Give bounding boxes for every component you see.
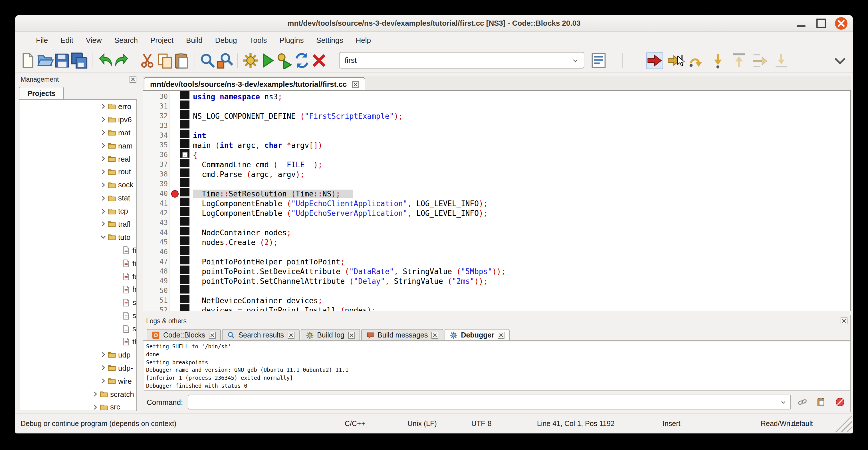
command-input[interactable] bbox=[191, 398, 777, 406]
code-line-41[interactable]: 41 LogComponentEnable ("UdpEchoClientApp… bbox=[143, 199, 850, 208]
copy-button[interactable] bbox=[156, 52, 174, 69]
code-line-46[interactable]: 46 bbox=[143, 247, 850, 257]
code-line-49[interactable]: 49 pointToPoint.SetChannelAttribute ("De… bbox=[143, 276, 850, 286]
menu-project[interactable]: Project bbox=[144, 34, 180, 47]
code-line-42[interactable]: 42 LogComponentEnable ("UdpEchoServerApp… bbox=[143, 208, 850, 218]
tree-item-src[interactable]: src bbox=[20, 400, 136, 411]
code-line-51[interactable]: 51 NetDeviceContainer devices; bbox=[143, 296, 850, 305]
code-line-45[interactable]: 45 nodes.Create (2); bbox=[143, 238, 850, 247]
tree-item-trafl[interactable]: trafl bbox=[20, 217, 136, 231]
tree-item-mat[interactable]: mat bbox=[20, 126, 136, 139]
redo-button[interactable] bbox=[114, 52, 131, 69]
menu-plugins[interactable]: Plugins bbox=[273, 34, 310, 47]
code-line-48[interactable]: 48 pointToPoint.SetDeviceAttribute ("Dat… bbox=[143, 267, 850, 276]
breakpoint-marker[interactable] bbox=[171, 190, 179, 198]
code-line-43[interactable]: 43 bbox=[143, 218, 850, 228]
tree-item-th[interactable]: th bbox=[20, 335, 136, 348]
code-line-44[interactable]: 44 NodeContainer nodes; bbox=[143, 228, 850, 238]
tree-item-fif[interactable]: fif bbox=[20, 244, 136, 257]
tree-item-erro[interactable]: erro bbox=[20, 100, 136, 113]
paste-button[interactable] bbox=[174, 52, 191, 69]
step-into-instruction-button[interactable] bbox=[773, 52, 790, 69]
find-button[interactable] bbox=[199, 52, 216, 69]
logs-tab-code-blocks[interactable]: Code::Blocks bbox=[147, 329, 221, 340]
close-button[interactable] bbox=[835, 17, 847, 29]
tree-item-se[interactable]: se bbox=[20, 296, 136, 309]
tree-item-he[interactable]: he bbox=[20, 283, 136, 296]
save-all-button[interactable] bbox=[71, 52, 88, 69]
menu-view[interactable]: View bbox=[80, 34, 108, 47]
code-line-37[interactable]: 37 CommandLine cmd (__FILE__); bbox=[143, 160, 850, 170]
search-options-button[interactable] bbox=[590, 52, 607, 69]
incremental-search-combobox[interactable]: first bbox=[339, 52, 584, 68]
minimize-button[interactable] bbox=[795, 17, 807, 29]
logs-tab-build-messages[interactable]: Build messages bbox=[361, 329, 443, 340]
build-button[interactable] bbox=[242, 52, 259, 69]
logs-tab-debugger[interactable]: Debugger bbox=[444, 329, 510, 340]
tree-item-real[interactable]: real bbox=[20, 152, 136, 165]
tree-item-fo[interactable]: fo bbox=[20, 270, 136, 283]
code-line-30[interactable]: 30using namespace ns3; bbox=[143, 92, 850, 102]
logs-tab-build-log[interactable]: Build log bbox=[301, 329, 360, 340]
maximize-button[interactable] bbox=[815, 17, 828, 29]
code-line-39[interactable]: 39 bbox=[143, 179, 850, 189]
next-line-button[interactable] bbox=[688, 52, 705, 69]
debug-continue-button[interactable] bbox=[646, 52, 663, 69]
menu-tools[interactable]: Tools bbox=[243, 34, 273, 47]
tree-item-rout[interactable]: rout bbox=[20, 165, 136, 178]
code-editor[interactable]: 30using namespace ns3;3132NS_LOG_COMPONE… bbox=[143, 91, 851, 311]
tree-item-wire[interactable]: wire bbox=[20, 374, 136, 387]
tree-item-scratch[interactable]: scratch bbox=[20, 387, 136, 400]
stop-button[interactable] bbox=[833, 395, 847, 409]
undo-button[interactable] bbox=[96, 52, 114, 69]
logs-tab-search-results[interactable]: Search results bbox=[222, 329, 299, 340]
tab-projects[interactable]: Projects bbox=[19, 87, 64, 99]
debugger-log[interactable]: Setting SHELL to '/bin/sh'doneSetting br… bbox=[144, 341, 850, 391]
rebuild-button[interactable] bbox=[293, 52, 310, 69]
tree-item-ipv6[interactable]: ipv6 bbox=[20, 113, 136, 126]
code-line-33[interactable]: 33 bbox=[143, 121, 850, 131]
code-line-35[interactable]: 35main (int argc, char *argv[]) bbox=[143, 141, 850, 150]
code-line-31[interactable]: 31 bbox=[143, 102, 850, 111]
next-instruction-button[interactable] bbox=[752, 52, 769, 69]
tree-item-nam[interactable]: nam bbox=[20, 139, 136, 152]
command-dropdown-button[interactable] bbox=[777, 396, 789, 408]
close-logs-icon[interactable] bbox=[841, 318, 847, 324]
cut-button[interactable] bbox=[139, 52, 156, 69]
tree-item-sock[interactable]: sock bbox=[20, 178, 136, 191]
menu-help[interactable]: Help bbox=[349, 34, 377, 47]
code-line-52[interactable]: 52 devices = pointToPoint.Install (nodes… bbox=[143, 305, 850, 311]
menu-file[interactable]: File bbox=[30, 34, 54, 47]
tree-item-udp[interactable]: udp bbox=[20, 348, 136, 361]
step-into-button[interactable] bbox=[709, 52, 726, 69]
code-line-47[interactable]: 47 PointToPointHelper pointToPoint; bbox=[143, 257, 850, 267]
tree-item-tuto[interactable]: tuto bbox=[20, 231, 136, 244]
run-button[interactable] bbox=[259, 52, 276, 69]
menu-settings[interactable]: Settings bbox=[310, 34, 349, 47]
title-bar[interactable]: mnt/dev/tools/source/ns-3-dev/examples/t… bbox=[15, 15, 853, 32]
tree-item-si[interactable]: si bbox=[20, 322, 136, 335]
abort-build-button[interactable] bbox=[310, 52, 328, 69]
fold-marker[interactable]: - bbox=[182, 152, 188, 158]
build-and-run-button[interactable] bbox=[276, 52, 293, 69]
menu-edit[interactable]: Edit bbox=[54, 34, 80, 47]
code-line-32[interactable]: 32NS_LOG_COMPONENT_DEFINE ("FirstScriptE… bbox=[143, 111, 850, 121]
menu-build[interactable]: Build bbox=[180, 34, 209, 47]
tree-item-tcp[interactable]: tcp bbox=[20, 205, 136, 217]
tree-item-udp[interactable]: udp- bbox=[20, 361, 136, 374]
menu-search[interactable]: Search bbox=[108, 34, 144, 47]
tree-item-fir[interactable]: fir bbox=[20, 257, 136, 270]
clipboard-button[interactable] bbox=[814, 395, 828, 409]
open-file-button[interactable] bbox=[36, 52, 54, 69]
save-file-button[interactable] bbox=[54, 52, 71, 69]
code-line-50[interactable]: 50 bbox=[143, 286, 850, 296]
tree-item-se[interactable]: se bbox=[20, 309, 136, 322]
resize-grip[interactable] bbox=[835, 415, 852, 432]
new-file-button[interactable] bbox=[20, 52, 36, 69]
code-line-34[interactable]: 34int bbox=[143, 131, 850, 141]
close-tab-icon[interactable] bbox=[352, 81, 359, 88]
close-management-icon[interactable] bbox=[129, 76, 136, 83]
tree-item-stat[interactable]: stat bbox=[20, 191, 136, 205]
step-out-button[interactable] bbox=[731, 52, 748, 69]
code-line-40[interactable]: 40 Time::SetResolution (Time::NS); bbox=[143, 189, 850, 199]
